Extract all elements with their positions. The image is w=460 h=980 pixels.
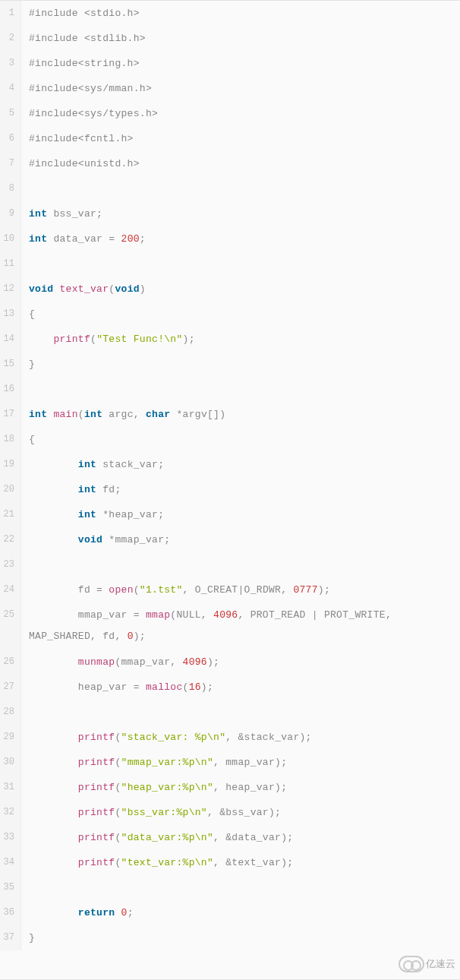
token: (mmap_var, [115,656,182,668]
token: munmap [78,656,115,668]
token: ); [318,584,330,596]
line-number: 33 [0,825,21,850]
code-content: printf("data_var:%p\n", &data_var); [21,825,460,850]
token: #include <stdlib.h> [29,33,146,44]
token: ( [115,757,121,768]
token: printf [78,757,115,768]
code-content: { [21,427,460,452]
token: , &bss_var); [207,807,281,818]
line-number: 35 [0,875,21,900]
line-number: 19 [0,452,21,477]
code-line: 11 [0,251,460,277]
token: ) [140,283,146,295]
line-number: 12 [0,277,21,302]
code-line: 27 heap_var = malloc(16); [0,675,460,700]
token: void [115,283,139,295]
line-number: 14 [0,327,21,352]
token: 0777 [293,584,317,596]
code-content: mmap_var = mmap(NULL, 4096, PROT_READ | … [21,602,460,650]
token: , mmap_var); [213,757,287,768]
line-number: 7 [0,151,21,176]
code-line: 34 printf("text_var:%p\n", &text_var); [0,850,460,875]
code-line: 4#include<sys/mman.h> [0,76,460,101]
token: int [78,509,96,520]
token: printf [53,334,90,345]
code-line: 6#include<fcntl.h> [0,126,460,151]
token: printf [78,807,115,818]
line-number: 29 [0,725,21,750]
code-content: printf("heap_var:%p\n", heap_var); [21,775,460,800]
code-line: 35 [0,875,460,900]
line-number: 8 [0,176,21,201]
token: "data_var:%p\n" [121,832,214,843]
token: { [29,434,35,445]
token: 4096 [213,609,238,621]
line-number: 30 [0,750,21,775]
token: } [29,359,35,370]
code-line: 14 printf("Test Func!\n"); [0,327,460,352]
code-line: 9int bss_var; [0,201,460,226]
token: printf [78,782,115,793]
token: open [109,584,133,596]
code-line: 3#include<string.h> [0,51,460,76]
token: ( [134,584,140,596]
token: mmap [146,609,170,621]
token: } [29,932,35,944]
code-line: 32 printf("bss_var:%p\n", &bss_var); [0,800,460,825]
line-number: 26 [0,650,21,675]
token: char [146,409,170,420]
code-content [21,875,460,900]
code-content: printf("mmap_var:%p\n", mmap_var); [21,750,460,775]
token: ( [183,681,189,693]
token: text_var [60,283,109,295]
token: "1.tst" [140,584,183,596]
code-line: 7#include<unistd.h> [0,151,460,176]
token: printf [78,732,115,743]
token: "stack_var: %p\n" [121,732,226,743]
code-content: #include<fcntl.h> [21,126,460,151]
line-number: 25 [0,602,21,650]
token: , &stack_var); [225,732,311,743]
token: "heap_var:%p\n" [121,782,214,793]
token [29,807,78,818]
token: main [53,409,77,420]
code-line: 25 mmap_var = mmap(NULL, 4096, PROT_READ… [0,602,460,650]
token: heap_var = [29,681,146,693]
code-line: 8 [0,176,460,201]
token [53,283,59,295]
code-content: } [21,925,460,950]
token: #include<fcntl.h> [29,133,134,144]
line-number: 34 [0,850,21,875]
line-number: 37 [0,925,21,950]
token: ( [115,732,121,743]
line-number: 11 [0,251,21,277]
token: "mmap_var:%p\n" [121,757,214,768]
line-number: 36 [0,900,21,925]
code-line: 28 [0,700,460,725]
code-content [21,552,460,577]
token [29,484,78,495]
code-line: 26 munmap(mmap_var, 4096); [0,650,460,675]
token [29,509,78,520]
code-content: { [21,302,460,327]
code-line: 2#include <stdlib.h> [0,26,460,51]
code-line: 29 printf("stack_var: %p\n", &stack_var)… [0,725,460,750]
token: fd; [96,484,121,495]
code-content: printf("stack_var: %p\n", &stack_var); [21,725,460,750]
code-content: return 0; [21,900,460,925]
code-line: 16 [0,377,460,402]
code-line: 15} [0,352,460,377]
code-line: 33 printf("data_var:%p\n", &data_var); [0,825,460,850]
code-content: munmap(mmap_var, 4096); [21,650,460,675]
line-number: 13 [0,302,21,327]
token: 0 [121,907,128,918]
token: void [78,534,102,545]
token: data_var = [47,233,121,245]
token: "Test Func!\n" [96,334,182,345]
code-line: 36 return 0; [0,900,460,925]
token [115,907,121,918]
line-number: 27 [0,675,21,700]
code-content [21,700,460,725]
code-content: #include<string.h> [21,51,460,76]
token: ); [134,631,146,642]
